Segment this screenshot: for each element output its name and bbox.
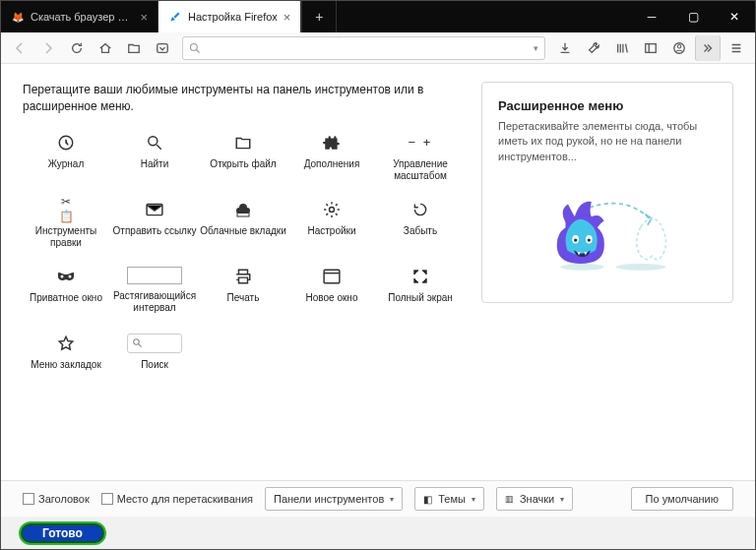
chevron-down-icon: ▾ <box>560 495 564 504</box>
svg-point-14 <box>616 264 666 271</box>
overflow-button[interactable] <box>695 35 721 61</box>
tab-customize-firefox[interactable]: Настройка Firefox × <box>158 1 301 32</box>
themes-dropdown[interactable]: ◧Темы▾ <box>414 487 484 511</box>
svg-point-11 <box>69 275 72 277</box>
svg-point-6 <box>149 136 158 145</box>
close-icon[interactable]: × <box>140 10 148 25</box>
tool-addons[interactable]: Дополнения <box>288 133 375 182</box>
overflow-title: Расширенное меню <box>498 98 717 113</box>
tool-forget[interactable]: Забыть <box>377 200 464 249</box>
tool-search[interactable]: Поиск <box>111 334 198 383</box>
tool-new-window[interactable]: Новое окно <box>288 267 375 316</box>
forward-button[interactable] <box>35 35 61 61</box>
searchbox-icon <box>127 334 182 353</box>
tool-grid: Журнал Найти Открыть файл Дополнения − +… <box>23 133 464 383</box>
minimize-button[interactable]: ─ <box>631 1 672 32</box>
devtools-button[interactable] <box>581 35 606 61</box>
density-icon: ▥ <box>505 494 514 504</box>
tool-open-file[interactable]: Открыть файл <box>200 133 286 182</box>
svg-point-1 <box>191 43 198 50</box>
checkbox-icon <box>23 493 34 505</box>
customize-panel: Перетащите ваши любимые инструменты на п… <box>1 64 755 480</box>
sidebar-button[interactable] <box>638 35 663 61</box>
overflow-panel[interactable]: Расширенное меню Перетаскивайте элементы… <box>481 82 733 303</box>
svg-point-10 <box>61 275 64 277</box>
overflow-description: Перетаскивайте элементы сюда, чтобы имет… <box>498 119 717 164</box>
tool-print[interactable]: Печать <box>200 267 286 316</box>
tool-zoom[interactable]: − +Управление масштабом <box>377 133 464 182</box>
fullscreen-icon <box>410 267 430 286</box>
svg-rect-0 <box>158 43 168 52</box>
tab-label: Настройка Firefox <box>188 11 278 23</box>
zoom-icon: − + <box>410 133 430 153</box>
theme-icon: ◧ <box>423 494 432 505</box>
footer-options-row: Заголовок Место для перетаскивания Панел… <box>1 481 755 517</box>
overflow-illustration <box>498 176 717 294</box>
reload-button[interactable] <box>64 35 90 61</box>
account-button[interactable] <box>666 35 692 61</box>
tab-label: Скачать браузер Firefox для ко <box>31 11 134 23</box>
chevron-down-icon: ▾ <box>390 495 394 504</box>
cloud-tabs-icon <box>233 200 253 219</box>
print-icon <box>233 267 253 286</box>
navigation-toolbar: ▾ <box>1 32 755 64</box>
star-icon <box>56 334 76 353</box>
back-button[interactable] <box>7 35 32 61</box>
drag-space-checkbox[interactable]: Место для перетаскивания <box>101 493 253 505</box>
forget-icon <box>410 200 430 219</box>
tool-synced-tabs[interactable]: Облачные вкладки <box>200 200 286 249</box>
menu-button[interactable] <box>724 35 749 61</box>
chevron-down-icon[interactable]: ▾ <box>534 43 538 53</box>
library-books-button[interactable] <box>609 35 635 61</box>
maximize-button[interactable]: ▢ <box>672 1 714 32</box>
brush-icon <box>168 10 182 24</box>
tool-settings[interactable]: Настройки <box>288 200 375 249</box>
footer-bar: Заголовок Место для перетаскивания Панел… <box>1 480 755 549</box>
toolbars-dropdown[interactable]: Панели инструментов▾ <box>265 487 403 511</box>
edit-tools-icon: ✂📋 <box>56 200 76 219</box>
flex-space-icon <box>127 267 182 284</box>
tool-palette: Перетащите ваши любимые инструменты на п… <box>23 82 464 462</box>
svg-point-16 <box>574 239 577 242</box>
firefox-icon: 🦊 <box>11 10 25 24</box>
tool-send-link[interactable]: Отправить ссылку <box>111 200 198 249</box>
tool-find[interactable]: Найти <box>111 133 198 182</box>
downloads-button[interactable] <box>552 35 578 61</box>
search-icon <box>189 42 201 54</box>
url-bar[interactable]: ▾ <box>182 36 545 60</box>
svg-point-9 <box>330 207 335 212</box>
library-button[interactable] <box>121 35 147 61</box>
restore-defaults-button[interactable]: По умолчанию <box>631 487 733 511</box>
checkbox-icon <box>101 493 113 505</box>
tool-bookmarks-menu[interactable]: Меню закладок <box>23 334 109 383</box>
svg-point-4 <box>677 44 681 48</box>
window-icon <box>322 267 342 286</box>
svg-point-13 <box>134 339 140 345</box>
tool-history[interactable]: Журнал <box>23 133 109 182</box>
title-bar: 🦊 Скачать браузер Firefox для ко × Настр… <box>1 1 755 32</box>
done-button[interactable]: Готово <box>19 521 106 545</box>
gear-icon <box>322 200 342 219</box>
tab-download-firefox[interactable]: 🦊 Скачать браузер Firefox для ко × <box>1 1 158 32</box>
svg-point-18 <box>588 239 591 242</box>
close-icon[interactable]: × <box>284 10 291 25</box>
title-bar-checkbox[interactable]: Заголовок <box>23 493 90 505</box>
pocket-button[interactable] <box>150 35 175 61</box>
tool-flex-space[interactable]: Растягивающийся интервал <box>111 267 198 316</box>
instruction-text: Перетащите ваши любимые инструменты на п… <box>23 82 436 115</box>
magnify-icon <box>145 133 164 153</box>
svg-rect-2 <box>646 43 657 52</box>
tool-private[interactable]: Приватное окно <box>23 267 109 316</box>
home-button[interactable] <box>93 35 118 61</box>
new-tab-button[interactable]: + <box>301 1 337 32</box>
window-controls: ─ ▢ ✕ <box>631 1 755 32</box>
tool-fullscreen[interactable]: Полный экран <box>377 267 464 316</box>
chevron-down-icon: ▾ <box>472 495 475 504</box>
svg-point-19 <box>560 264 603 271</box>
footer-done-row: Готово <box>1 517 755 550</box>
puzzle-icon <box>322 133 342 153</box>
close-window-button[interactable]: ✕ <box>714 1 755 32</box>
tool-edit[interactable]: ✂📋Инструменты правки <box>23 200 109 249</box>
density-dropdown[interactable]: ▥Значки▾ <box>496 487 573 511</box>
clock-icon <box>56 133 76 153</box>
